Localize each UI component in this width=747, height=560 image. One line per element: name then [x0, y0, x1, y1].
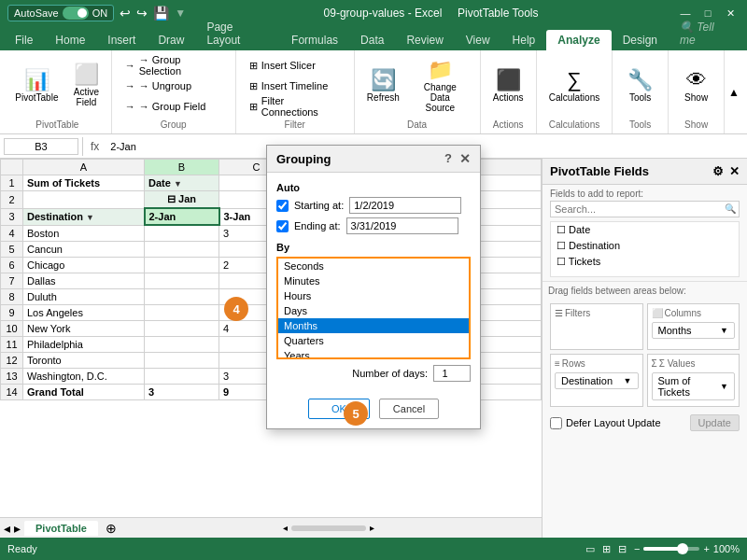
columns-dropdown-icon[interactable]: ▼ [720, 326, 728, 335]
ungroup-button[interactable]: → → Ungroup [120, 77, 228, 95]
tab-tell-me[interactable]: 🔍 Tell me [669, 17, 743, 50]
cell-a6[interactable]: Chicago [23, 257, 145, 273]
sheet-tab-pivottable[interactable]: PivotTable [24, 521, 98, 536]
pivot-close-icon[interactable]: ✕ [729, 164, 740, 178]
ending-at-checkbox[interactable] [276, 220, 289, 232]
cell-a4[interactable]: Boston [23, 225, 145, 241]
tab-home[interactable]: Home [44, 30, 96, 50]
cell-a8[interactable]: Duluth [23, 288, 145, 304]
cell-a12[interactable]: Toronto [23, 352, 145, 368]
starting-at-input[interactable] [349, 197, 461, 214]
cell-b1[interactable]: Date ▼ [145, 175, 219, 191]
cell-a1[interactable]: Sum of Tickets [23, 175, 145, 191]
defer-checkbox[interactable] [550, 417, 562, 429]
ok-button[interactable]: OK [308, 399, 370, 419]
cell-b13[interactable] [145, 368, 219, 384]
cell-a11[interactable]: Philadelphia [23, 336, 145, 352]
dialog-help-button[interactable]: ? [444, 151, 452, 166]
add-sheet-icon[interactable]: ⊕ [106, 521, 117, 536]
insert-timeline-button[interactable]: ⊞ Insert Timeline [244, 77, 346, 95]
next-sheet-icon[interactable]: ▸ [14, 521, 21, 536]
list-item-months[interactable]: Months [278, 318, 469, 333]
undo-icon[interactable]: ↩ [120, 6, 131, 21]
autosave-badge[interactable]: AutoSave ON [7, 5, 114, 21]
tab-analyze[interactable]: Analyze [546, 30, 611, 50]
active-field-button[interactable]: ⬜ ActiveField [67, 60, 105, 112]
values-dropdown-icon[interactable]: ▼ [720, 382, 728, 391]
list-item-years[interactable]: Years [278, 348, 469, 359]
cell-a5[interactable]: Cancun [23, 241, 145, 257]
rows-field[interactable]: Destination ▼ [555, 372, 639, 389]
calculations-button[interactable]: ∑ Calculations [543, 60, 605, 112]
cell-b3-selected[interactable]: 2-Jan [145, 208, 219, 225]
list-item-hours[interactable]: Hours [278, 288, 469, 303]
normal-view-icon[interactable]: ▭ [585, 543, 595, 555]
name-box[interactable] [4, 138, 78, 155]
tab-insert[interactable]: Insert [96, 30, 147, 50]
list-item-quarters[interactable]: Quarters [278, 333, 469, 348]
values-field[interactable]: Sum of Tickets ▼ [652, 372, 736, 400]
by-list-box[interactable]: Seconds Minutes Hours Days Months Quarte… [276, 257, 471, 359]
zoom-out-icon[interactable]: − [634, 543, 640, 554]
tab-file[interactable]: File [4, 30, 44, 50]
pivot-settings-icon[interactable]: ⚙ [712, 164, 724, 178]
rows-dropdown-icon[interactable]: ▼ [624, 376, 632, 385]
grouping-dialog[interactable]: Grouping ? ✕ Auto Starting at: Ending at… [266, 145, 481, 429]
col-header-a[interactable]: A [23, 160, 145, 175]
cell-a10[interactable]: New York [23, 320, 145, 336]
insert-slicer-button[interactable]: ⊞ Insert Slicer [244, 56, 346, 75]
tab-formulas[interactable]: Formulas [280, 30, 349, 50]
update-button[interactable]: Update [690, 414, 740, 431]
ending-at-input[interactable] [346, 217, 458, 234]
cell-b11[interactable] [145, 336, 219, 352]
cell-a3[interactable]: Destination ▼ [23, 208, 145, 225]
cell-a2[interactable] [23, 191, 145, 209]
cell-a7[interactable]: Dallas [23, 273, 145, 288]
actions-button[interactable]: ⬛ Actions [487, 60, 529, 112]
pivot-field-date[interactable]: ☐ Date [551, 222, 739, 238]
show-button[interactable]: 👁 Show [678, 60, 715, 112]
cell-b8[interactable] [145, 288, 219, 304]
pivottable-button[interactable]: 📊 PivotTable [9, 60, 63, 112]
group-field-button[interactable]: → → Group Field [120, 97, 228, 116]
page-layout-view-icon[interactable]: ⊞ [602, 543, 611, 555]
cell-b6[interactable] [145, 257, 219, 273]
pivot-field-tickets[interactable]: ☐ Tickets [551, 254, 739, 270]
tab-help[interactable]: Help [501, 30, 547, 50]
cell-b10[interactable] [145, 320, 219, 336]
list-item-days[interactable]: Days [278, 303, 469, 318]
cell-b7[interactable] [145, 273, 219, 288]
page-break-view-icon[interactable]: ⊟ [618, 543, 627, 555]
cell-a9[interactable]: Los Angeles [23, 304, 145, 320]
list-item-minutes[interactable]: Minutes [278, 273, 469, 288]
number-of-days-input[interactable] [433, 365, 471, 382]
group-selection-button[interactable]: → → Group Selection [120, 56, 228, 75]
tab-page-layout[interactable]: Page Layout [195, 17, 280, 50]
col-header-b[interactable]: B [145, 160, 219, 175]
defer-checkbox-label[interactable]: Defer Layout Update [550, 417, 661, 429]
collapse-ribbon-button[interactable]: ▲ [725, 50, 743, 133]
redo-icon[interactable]: ↪ [136, 6, 148, 21]
columns-field[interactable]: Months ▼ [652, 322, 736, 339]
zoom-in-icon[interactable]: + [703, 543, 709, 554]
cell-b4[interactable] [145, 225, 219, 241]
prev-sheet-icon[interactable]: ◂ [4, 521, 10, 536]
starting-at-checkbox[interactable] [276, 200, 289, 212]
tools-button[interactable]: 🔧 Tools [622, 60, 659, 112]
tab-draw[interactable]: Draw [147, 30, 195, 50]
tab-data[interactable]: Data [349, 30, 395, 50]
pivot-field-destination[interactable]: ☐ Destination [551, 238, 739, 254]
list-item-seconds[interactable]: Seconds [278, 259, 469, 273]
refresh-button[interactable]: 🔄 Refresh [362, 60, 405, 112]
cell-a13[interactable]: Washington, D.C. [23, 368, 145, 384]
filter-connections-button[interactable]: ⊞ Filter Connections [244, 97, 346, 116]
autosave-toggle[interactable] [63, 7, 89, 20]
cell-a14[interactable]: Grand Total [23, 384, 145, 399]
tab-view[interactable]: View [455, 30, 501, 50]
tab-design[interactable]: Design [612, 30, 669, 50]
pivot-fields-search[interactable] [550, 201, 740, 217]
cell-b2[interactable]: ⊟ Jan [145, 191, 219, 209]
cell-b12[interactable] [145, 352, 219, 368]
change-data-source-button[interactable]: 📁 Change DataSource [408, 60, 472, 112]
cell-b14[interactable]: 3 [145, 384, 219, 399]
